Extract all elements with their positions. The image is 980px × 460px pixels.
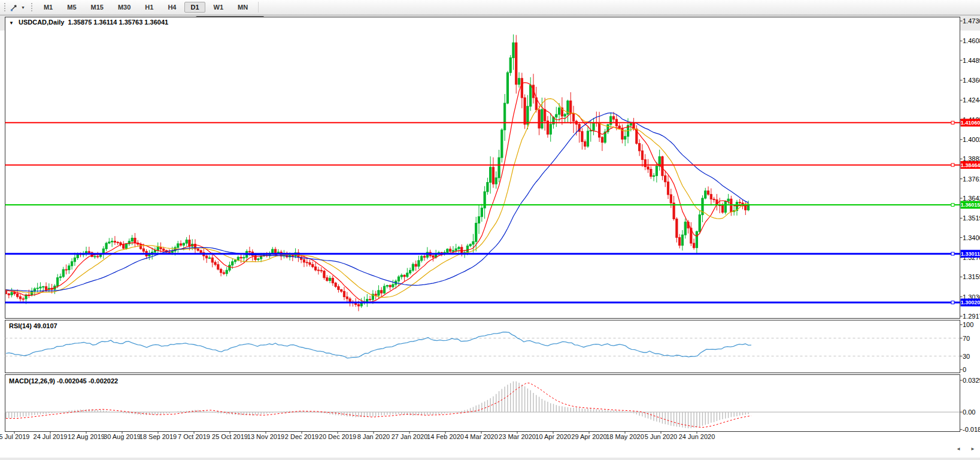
quick-trade-collapse-icon[interactable]: ▼ <box>9 20 14 26</box>
price-tag-label: 1.36015 <box>961 202 980 208</box>
rsi-tick-label: 0 <box>963 366 966 373</box>
date-label: 18 Sep 2019 <box>139 433 177 440</box>
price-tick-label: 1.40025 <box>963 136 980 143</box>
macd-tick-label: -0.01815 <box>963 426 980 433</box>
tab-scroll-arrows: ◄ ► <box>948 446 975 452</box>
date-label: 14 Feb 2020 <box>427 433 464 440</box>
price-tick-label: 1.34005 <box>963 234 980 241</box>
price-tick-label: 1.43665 <box>963 77 980 84</box>
tab-scroll-right-icon[interactable]: ► <box>970 446 975 452</box>
chart-symbol-label: USDCAD,Daily <box>19 19 64 26</box>
tab-scroll-left-icon[interactable]: ◄ <box>956 446 961 452</box>
date-label: 13 Nov 2019 <box>247 433 284 440</box>
price-tick-label: 1.36420 <box>963 195 980 202</box>
date-label: 24 Jul 2019 <box>34 433 68 440</box>
line-handle <box>951 164 954 167</box>
macd-label: MACD(12,26,9) -0.002045 -0.002022 <box>9 377 118 385</box>
date-label: 5 Jun 2020 <box>645 433 677 440</box>
price-tag-label: 1.30020 <box>961 299 980 305</box>
price-tick-label: 1.42440 <box>963 96 980 104</box>
price-tick-label: 1.47305 <box>963 17 980 25</box>
date-label: 23 Mar 2020 <box>499 433 536 440</box>
rsi-tick-label: 30 <box>963 353 970 360</box>
price-tick-label: 1.29175 <box>963 313 980 320</box>
price-tag-label: 1.38464 <box>961 162 980 168</box>
rsi-tick-label: 100 <box>963 321 973 328</box>
trading-app-window: { "toolbar": { "timeframes": ["M1","M5",… <box>0 0 980 460</box>
date-label: 20 Dec 2019 <box>319 433 356 440</box>
date-label: 10 Apr 2020 <box>535 433 571 440</box>
date-label: 25 Oct 2019 <box>212 433 248 440</box>
price-tag-label: 1.33011 <box>961 251 980 257</box>
macd-tick-label: 0.032972 <box>963 377 980 384</box>
price-tick-label: 1.46080 <box>963 37 980 44</box>
status-strip <box>0 458 980 460</box>
date-label: 27 Jan 2020 <box>392 433 428 440</box>
line-handle <box>951 252 954 255</box>
date-label: 7 Oct 2019 <box>178 433 210 440</box>
price-tick-label: 1.44890 <box>963 57 980 64</box>
date-label: 5 Jul 2019 <box>0 433 29 440</box>
chart-ohlc-values: 1.35875 1.36114 1.35763 1.36041 <box>68 19 169 26</box>
chart-title: ▼ USDCAD,Daily 1.35875 1.36114 1.35763 1… <box>9 19 168 26</box>
price-tick-label: 1.37610 <box>963 175 980 183</box>
date-label: 30 Aug 2019 <box>104 433 141 440</box>
line-handle <box>951 121 954 124</box>
date-label: 4 Mar 2020 <box>465 433 498 440</box>
macd-tick-label: 0.00 <box>963 408 975 416</box>
date-label: 24 Jun 2020 <box>679 433 715 440</box>
date-label: 18 May 2020 <box>606 433 644 440</box>
date-label: 12 Aug 2019 <box>68 433 105 440</box>
date-label: 29 Apr 2020 <box>571 433 606 440</box>
rsi-tick-label: 70 <box>963 335 970 342</box>
price-tick-label: 1.31590 <box>963 273 980 280</box>
line-handle <box>951 203 954 206</box>
price-tick-label: 1.35195 <box>963 214 980 222</box>
macd-panel <box>5 375 960 432</box>
line-handle <box>951 301 954 304</box>
date-label: 8 Jan 2020 <box>357 433 390 440</box>
chart-canvas[interactable]: 1.473051.460801.448901.436651.424401.412… <box>0 0 980 460</box>
rsi-label: RSI(14) 49.0107 <box>9 322 57 329</box>
date-label: 2 Dec 2019 <box>285 433 318 440</box>
price-tag-label: 1.41060 <box>961 120 980 126</box>
main-chart-panel <box>5 17 960 319</box>
